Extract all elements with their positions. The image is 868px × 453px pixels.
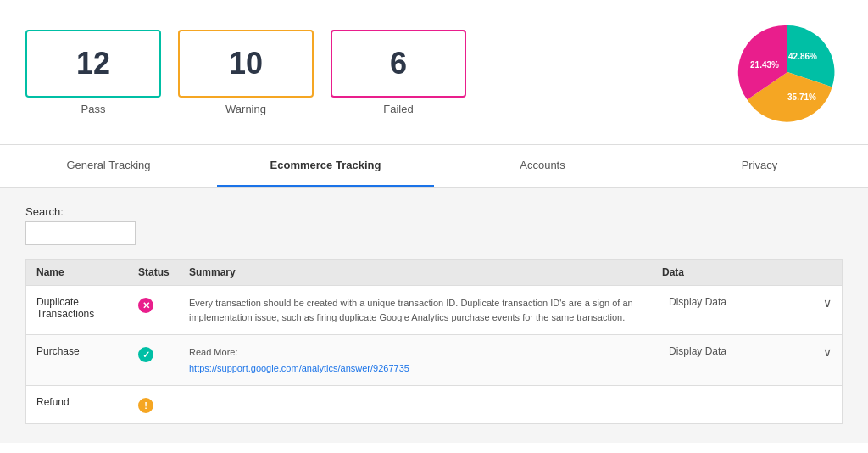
chevron-down-icon-1: ∨	[823, 345, 832, 359]
row-summary-0: Every transaction should be created with…	[189, 296, 662, 324]
warning-stat: 10 Warning	[178, 30, 314, 115]
display-data-button-0[interactable]: Display Data	[669, 296, 726, 308]
display-data-button-1[interactable]: Display Data	[669, 345, 726, 357]
tab-privacy[interactable]: Privacy	[651, 145, 868, 187]
pass-value: 12	[76, 46, 110, 81]
search-label: Search:	[25, 205, 843, 218]
tab-accounts[interactable]: Accounts	[434, 145, 651, 187]
table-header: Name Status Summary Data	[25, 259, 843, 286]
table-row: Refund !	[25, 386, 843, 424]
row-name-0: Duplicate Transactions	[36, 296, 138, 320]
table-row: Duplicate Transactions ✕ Every transacti…	[25, 286, 843, 335]
pass-stat: 12 Pass	[25, 30, 161, 115]
col-header-summary: Summary	[189, 266, 662, 278]
warning-label: Warning	[225, 103, 266, 115]
top-section: 12 Pass 10 Warning 6 Failed 42.86%	[0, 0, 868, 144]
row-summary-1: Read More: https://support.google.com/an…	[189, 345, 662, 375]
read-more-link[interactable]: https://support.google.com/analytics/ans…	[189, 363, 409, 373]
row-status-0: ✕	[138, 296, 189, 313]
failed-card: 6	[331, 30, 466, 98]
failed-value: 6	[390, 46, 407, 81]
failed-label: Failed	[383, 103, 413, 115]
tab-general[interactable]: General Tracking	[0, 145, 217, 187]
status-icon-warning: !	[138, 398, 153, 413]
row-name-1: Purchase	[36, 345, 138, 357]
pass-card: 12	[25, 30, 161, 98]
pie-label-orange: 35.71%	[787, 92, 816, 102]
row-status-1: ✓	[138, 345, 189, 362]
pass-label: Pass	[81, 103, 106, 115]
warning-value: 10	[229, 46, 263, 81]
col-header-name: Name	[36, 266, 138, 278]
warning-card: 10	[178, 30, 314, 98]
status-icon-failed: ✕	[138, 298, 153, 313]
pie-label-pink: 21.43%	[750, 60, 779, 70]
row-name-2: Refund	[36, 396, 138, 408]
content-section: Search: Name Status Summary Data Duplica…	[0, 188, 868, 443]
tabs-bar: General Tracking Ecommerce Tracking Acco…	[0, 144, 868, 188]
chevron-down-icon-0: ∨	[823, 296, 832, 310]
row-data-1: Display Data ∨	[662, 345, 832, 359]
status-icon-pass: ✓	[138, 347, 153, 362]
search-area: Search:	[25, 205, 843, 245]
tab-ecommerce[interactable]: Ecommerce Tracking	[217, 145, 434, 187]
col-header-data: Data	[662, 266, 832, 278]
search-input[interactable]	[25, 221, 136, 245]
pie-label-teal: 42.86%	[788, 52, 817, 61]
row-data-0: Display Data ∨	[662, 296, 832, 310]
failed-stat: 6 Failed	[331, 30, 466, 115]
row-status-2: !	[138, 396, 189, 413]
pie-chart: 42.86% 35.71% 21.43%	[732, 17, 843, 127]
table-row: Purchase ✓ Read More: https://support.go…	[25, 335, 843, 386]
read-more-label: Read More:	[189, 345, 648, 360]
pie-chart-container: 42.86% 35.71% 21.43%	[732, 17, 843, 127]
col-header-status: Status	[138, 266, 189, 278]
stats-group: 12 Pass 10 Warning 6 Failed	[25, 30, 466, 115]
